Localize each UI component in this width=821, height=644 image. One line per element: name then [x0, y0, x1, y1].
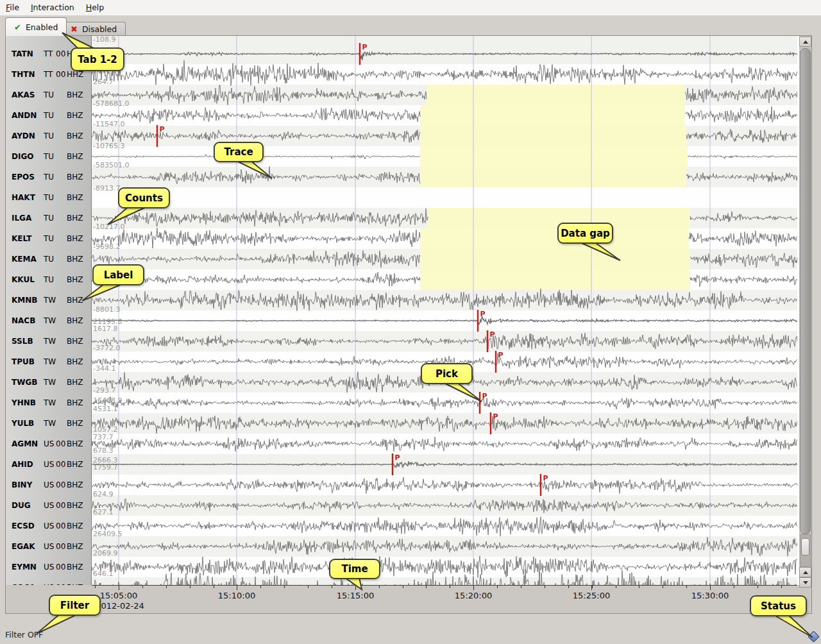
- minor-tick: [142, 586, 143, 588]
- station-net-label: US: [44, 557, 54, 577]
- count-min-label: -578681.0: [93, 99, 129, 108]
- station-chan-label: BHZ: [67, 208, 83, 228]
- pick-marker-P-YULB[interactable]: P: [490, 412, 498, 434]
- station-row-EPOS[interactable]: EPOSTUBHZ: [6, 167, 92, 187]
- station-net-label: TU: [44, 228, 54, 249]
- station-chan-label: BHZ: [67, 393, 83, 413]
- minor-tick: [734, 586, 734, 588]
- status-bar: Filter OFF: [0, 626, 821, 644]
- station-st-label: TWGB: [12, 372, 37, 393]
- station-net-label: TW: [44, 413, 56, 434]
- station-chan-label: BHZ: [67, 126, 83, 146]
- minor-tick: [497, 586, 498, 588]
- svg-text:P: P: [543, 474, 548, 482]
- tab-label: Enabled: [26, 22, 58, 32]
- scroll-up-button[interactable]: [799, 37, 811, 47]
- waveform-canvas: -108.9P264.7-578681.0-11547.0-10765.3P-5…: [92, 36, 797, 585]
- callout-tab-1-2: Tab 1-2: [71, 47, 124, 71]
- minor-tick: [758, 586, 758, 588]
- station-row-COCA[interactable]: COCAUS00BHZ: [6, 577, 92, 585]
- check-icon: ✔: [14, 23, 21, 31]
- station-row-HAKT[interactable]: HAKTTUBHZ: [6, 187, 92, 208]
- count-min-label: 627.1: [93, 508, 114, 516]
- waveform-trace-DIGO: [688, 155, 797, 158]
- minor-tick: [545, 586, 545, 588]
- scroll-up-button-2[interactable]: [799, 567, 811, 577]
- time-axis: 15:05:0015:10:0015:15:0015:20:0015:25:00…: [6, 585, 811, 613]
- station-net-label: US: [44, 516, 54, 536]
- station-chan-label: BHZ: [67, 557, 83, 577]
- count-min-label: 678.3: [93, 446, 114, 455]
- station-net-label: TW: [44, 393, 56, 413]
- station-st-label: KELT: [12, 228, 31, 249]
- station-row-YHNB[interactable]: YHNBTWBHZ: [6, 393, 92, 413]
- station-row-BINY[interactable]: BINYUS00BHZ: [6, 475, 92, 495]
- station-net-label: TU: [44, 146, 54, 167]
- station-row-SSLB[interactable]: SSLBTWBHZ: [6, 331, 92, 352]
- station-loc-label: 00: [56, 516, 65, 536]
- station-loc-label: 00: [56, 495, 65, 516]
- waveform-trace-TATN: [92, 52, 797, 60]
- time-tick-label: 15:05:00: [100, 591, 137, 600]
- station-chan-label: BHZ: [67, 454, 83, 475]
- station-row-AGMN[interactable]: AGMNUS00BHZ: [6, 434, 92, 454]
- station-row-AKAS[interactable]: AKASTUBHZ: [6, 85, 92, 105]
- station-loc-label: 00: [56, 454, 65, 475]
- filter-status-text: Filter OFF: [5, 630, 43, 640]
- scroll-down-button[interactable]: [799, 577, 811, 588]
- menu-interaction[interactable]: Interaction: [25, 0, 80, 14]
- station-chan-label: BHZ: [67, 310, 83, 331]
- pick-marker-P-YHNB[interactable]: P: [479, 392, 487, 414]
- station-net-label: TU: [44, 85, 54, 105]
- date-label: 2012-02-24: [96, 601, 144, 611]
- station-row-NACB[interactable]: NACBTWBHZ: [6, 310, 92, 331]
- minor-tick: [450, 586, 450, 588]
- minor-tick: [379, 586, 380, 588]
- station-net-label: TT: [44, 64, 53, 85]
- station-net-label: TU: [44, 167, 54, 187]
- station-row-TWGB[interactable]: TWGBTWBHZ: [6, 372, 92, 393]
- waveform-trace-THTN: [92, 60, 797, 85]
- station-st-label: DUG: [12, 495, 31, 516]
- station-row-DIGO[interactable]: DIGOTUBHZ: [6, 146, 92, 167]
- chevron-down-icon: [803, 581, 808, 584]
- station-row-ECSD[interactable]: ECSDUS00BHZ: [6, 516, 92, 536]
- station-row-EYMN[interactable]: EYMNUS00BHZ: [6, 557, 92, 577]
- station-row-AHID[interactable]: AHIDUS00BHZ: [6, 454, 92, 475]
- tab-enabled[interactable]: ✔Enabled: [5, 17, 67, 36]
- station-st-label: ECSD: [12, 516, 35, 536]
- station-row-EGAK[interactable]: EGAKUS00BHZ: [6, 536, 92, 557]
- station-chan-label: BHZ: [67, 85, 83, 105]
- scrollbar-mini-thumb[interactable]: [801, 538, 809, 555]
- scrollbar-thumb[interactable]: [800, 48, 811, 534]
- station-row-ANDN[interactable]: ANDNTUBHZ: [6, 105, 92, 126]
- minor-tick: [781, 586, 782, 588]
- menu-file[interactable]: File: [0, 0, 25, 14]
- station-row-DUG[interactable]: DUGUS00BHZ: [6, 495, 92, 516]
- minor-tick: [95, 586, 96, 588]
- station-row-KKUL[interactable]: KKULTUBHZ: [6, 269, 92, 290]
- station-st-label: ILGA: [12, 208, 31, 228]
- station-row-KEMA[interactable]: KEMATUBHZ: [6, 249, 92, 269]
- time-tick-label: 15:30:00: [691, 591, 729, 600]
- station-chan-label: BHZ: [67, 105, 83, 126]
- station-row-ILGA[interactable]: ILGATUBHZ: [6, 208, 92, 228]
- waveform-trace-EYMN: [92, 556, 797, 578]
- count-max-label: -108.9: [93, 36, 115, 44]
- station-row-KELT[interactable]: KELTTUBHZ: [6, 228, 92, 249]
- station-row-YULB[interactable]: YULBTWBHZ: [6, 413, 92, 434]
- station-net-label: TW: [44, 331, 56, 352]
- station-chan-label: BHZ: [67, 269, 83, 290]
- svg-text:P: P: [498, 351, 504, 359]
- major-tick: [237, 586, 237, 590]
- tab-disabled[interactable]: ✖Disabled: [62, 22, 126, 35]
- station-row-KMNB[interactable]: KMNBTWBHZ: [6, 290, 92, 310]
- station-row-TPUB[interactable]: TPUBTWBHZ: [6, 352, 92, 372]
- pick-marker-P-AYDN[interactable]: P: [157, 125, 165, 147]
- station-chan-label: BHZ: [67, 475, 83, 495]
- minor-tick: [663, 586, 663, 588]
- station-row-AYDN[interactable]: AYDNTUBHZ: [6, 126, 92, 146]
- menu-help[interactable]: Help: [80, 0, 110, 14]
- station-st-label: HAKT: [12, 187, 35, 208]
- station-chan-label: BHZ: [67, 290, 83, 310]
